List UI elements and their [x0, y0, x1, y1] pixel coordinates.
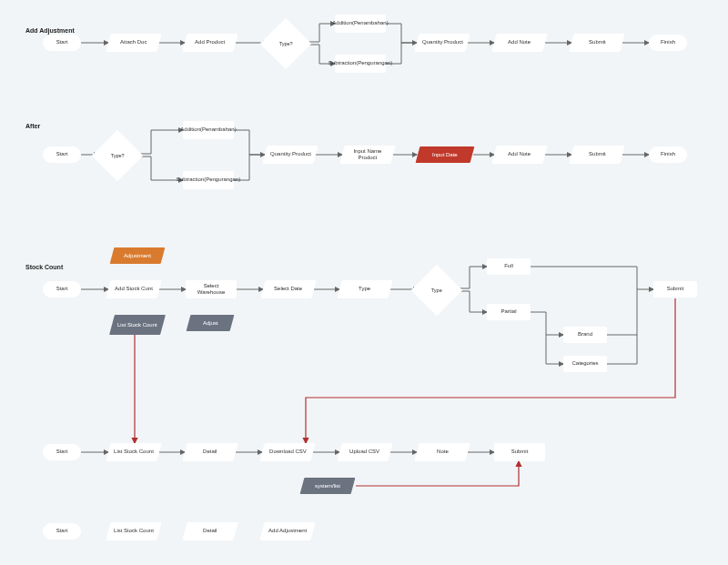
f1-type: Type? — [260, 18, 312, 70]
tag-adjustment: Adjustment — [110, 247, 166, 264]
f2-subtraction: Subtraction(Pengurangan) — [183, 171, 234, 189]
f4-download-csv: Download CSV — [259, 443, 315, 461]
f5-list-stock: List Stock Count — [106, 522, 161, 540]
f2-quantity: Quantity Product — [262, 146, 318, 164]
f3-submit: Submit — [653, 281, 697, 298]
f3-partial: Partial — [487, 304, 531, 320]
f2-input-name: Input Name Product — [339, 146, 395, 164]
f3-categories: Categories — [563, 356, 607, 372]
tag-system-list: system/list — [300, 478, 356, 494]
f4-note: Note — [414, 443, 470, 461]
f3-full: Full — [487, 258, 531, 275]
f4-upload-csv: Upload CSV — [337, 443, 392, 461]
f1-finish: Finish — [649, 35, 687, 51]
f3-type-data: Type — [337, 280, 392, 298]
f5-detail: Detail — [182, 522, 238, 540]
f1-subtraction: Subtraction(Pengurangan) — [335, 55, 386, 73]
f2-submit: Submit — [569, 146, 624, 164]
f2-input-date-tag: Input Date — [416, 146, 475, 163]
f4-detail: Detail — [182, 443, 238, 461]
f4-submit: Submit — [494, 443, 545, 461]
f2-start: Start — [43, 146, 81, 163]
f1-start: Start — [43, 35, 81, 51]
f2-addition: Addition(Penambahan) — [183, 121, 234, 139]
tag-adjust: Adjust — [187, 315, 235, 331]
f1-attach-doc: Attach Doc — [106, 34, 161, 52]
f2-add-note: Add Note — [491, 146, 547, 164]
section-stock-count: Stock Count — [25, 264, 63, 270]
f1-add-product: Add Product — [182, 34, 238, 52]
section-add-adjustment: Add Adjustment — [25, 27, 75, 34]
f2-finish: Finish — [649, 146, 687, 163]
f3-start: Start — [43, 281, 81, 298]
f1-add-note: Add Note — [491, 34, 547, 52]
f3-add-stock: Add Stock Cunt — [106, 280, 161, 298]
f4-start: Start — [43, 444, 81, 460]
f1-addition: Addition(Penambahan) — [335, 15, 386, 33]
f1-quantity: Quantity Product — [414, 34, 470, 52]
f3-select-warehouse: Select Warehouse — [186, 280, 237, 298]
tag-list-stock-count: List Stock Count — [109, 315, 166, 335]
f3-type: Type — [411, 265, 463, 317]
f5-add-adjustment: Add Adjustment — [259, 522, 315, 540]
f3-select-date: Select Date — [260, 280, 316, 298]
f3-brand: Brand — [563, 327, 607, 343]
f5-start: Start — [43, 523, 81, 540]
f4-list-stock: List Stock Count — [106, 443, 161, 461]
f2-type: Type? — [92, 130, 144, 182]
section-after: After — [25, 123, 40, 129]
f1-submit: Submit — [569, 34, 624, 52]
